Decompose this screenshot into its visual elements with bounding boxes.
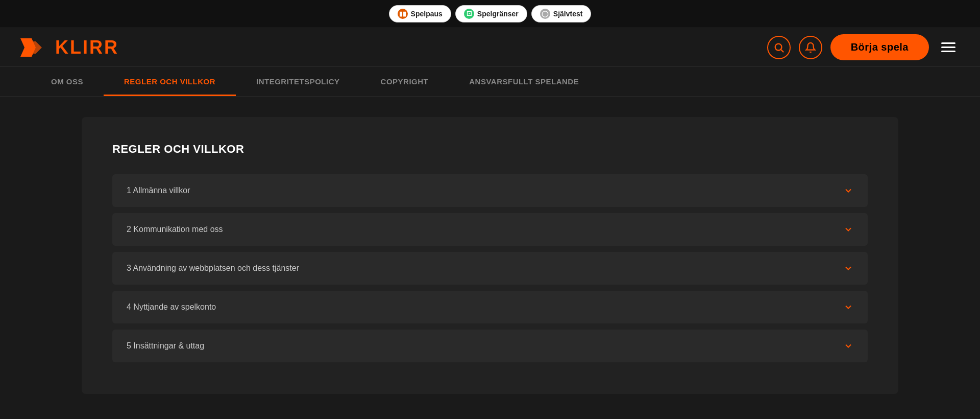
logo-text: KLIRR <box>55 37 119 58</box>
tab-om-oss[interactable]: OM OSS <box>31 67 104 96</box>
spelgranser-label: Spelgränser <box>477 10 519 18</box>
chevron-down-icon-2 <box>843 224 853 235</box>
section-title: REGLER OCH VILLKOR <box>112 143 868 156</box>
accordion-item-5[interactable]: 5 Insättningar & uttag <box>112 330 868 362</box>
tab-copyright[interactable]: COPYRIGHT <box>360 67 449 96</box>
hamburger-menu-button[interactable] <box>937 38 960 56</box>
content-card: REGLER OCH VILLKOR 1 Allmänna villkor 2 … <box>82 117 898 394</box>
accordion-item-2[interactable]: 2 Kommunikation med oss <box>112 213 868 246</box>
search-button[interactable] <box>767 36 791 59</box>
logo-icon <box>20 36 51 59</box>
accordion-label-1: 1 Allmänna villkor <box>127 186 190 195</box>
bell-button[interactable] <box>799 36 822 59</box>
svg-line-3 <box>781 50 783 52</box>
game-icon: ⚀ <box>464 9 474 19</box>
top-utility-bar: ▮▮ Spelpaus ⚀ Spelgränser ◯ Självtest <box>0 0 980 28</box>
accordion-label-4: 4 Nyttjande av spelkonto <box>127 302 216 312</box>
chevron-down-icon-1 <box>843 185 853 196</box>
tab-integritetspolicy[interactable]: INTEGRITETSPOLICY <box>236 67 360 96</box>
tab-ansvarsfullt-spelande[interactable]: ANSVARSFULLT SPELANDE <box>449 67 599 96</box>
menu-line-1 <box>941 42 955 44</box>
accordion-label-5: 5 Insättningar & uttag <box>127 341 204 351</box>
spelpaus-label: Spelpaus <box>411 10 443 18</box>
accordion-label-2: 2 Kommunikation med oss <box>127 225 223 234</box>
sjalvtest-button[interactable]: ◯ Självtest <box>531 5 592 22</box>
accordion-item-1[interactable]: 1 Allmänna villkor <box>112 174 868 207</box>
chevron-down-icon-3 <box>843 263 853 273</box>
menu-line-3 <box>941 51 955 52</box>
chevron-down-icon-5 <box>843 341 853 351</box>
bell-icon <box>805 42 816 53</box>
svg-marker-0 <box>20 38 36 57</box>
self-icon: ◯ <box>540 9 550 19</box>
accordion-item-4[interactable]: 4 Nyttjande av spelkonto <box>112 291 868 323</box>
logo[interactable]: KLIRR <box>20 36 119 59</box>
spelpaus-button[interactable]: ▮▮ Spelpaus <box>389 5 451 22</box>
accordion-item-3[interactable]: 3 Användning av webbplatsen och dess tjä… <box>112 252 868 285</box>
header-actions: Börja spela <box>767 34 960 60</box>
site-header: KLIRR Börja spela <box>0 28 980 67</box>
chevron-down-icon-4 <box>843 302 853 312</box>
svg-point-2 <box>775 43 781 50</box>
spelgranser-button[interactable]: ⚀ Spelgränser <box>455 5 527 22</box>
nav-tabs: OM OSS REGLER OCH VILLKOR INTEGRITETSPOL… <box>0 67 980 97</box>
accordion-label-3: 3 Användning av webbplatsen och dess tjä… <box>127 264 299 273</box>
pause-icon: ▮▮ <box>398 9 408 19</box>
main-content: REGLER OCH VILLKOR 1 Allmänna villkor 2 … <box>0 97 980 414</box>
search-icon <box>773 42 785 53</box>
sjalvtest-label: Självtest <box>553 10 583 18</box>
menu-line-2 <box>941 46 955 48</box>
start-playing-button[interactable]: Börja spela <box>830 34 929 60</box>
tab-regler-och-villkor[interactable]: REGLER OCH VILLKOR <box>104 67 236 96</box>
